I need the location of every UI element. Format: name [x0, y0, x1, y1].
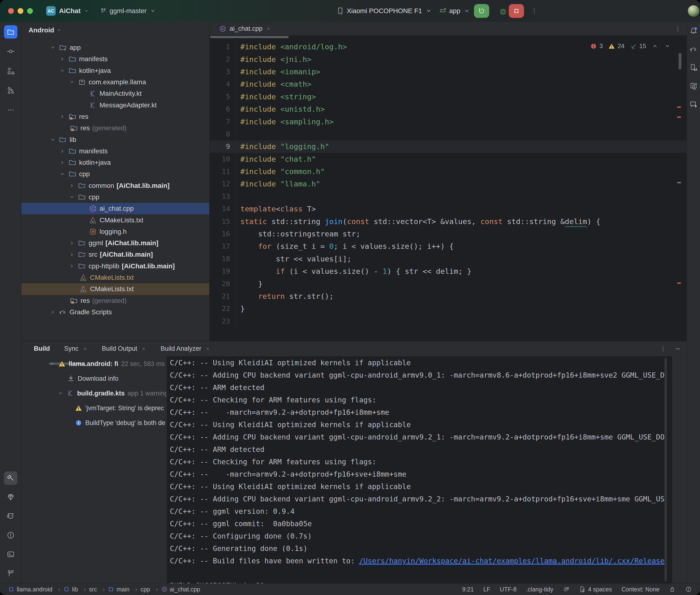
tool-window-button[interactable] [687, 42, 700, 56]
build-options-button[interactable] [660, 345, 667, 352]
tree-row[interactable]: ggml [AiChat.lib.main] [22, 237, 209, 249]
tool-window-button[interactable] [4, 84, 18, 97]
tree-chevron-icon[interactable] [58, 160, 67, 166]
tree-row[interactable]: CMakeLists.txt [22, 272, 209, 283]
tree-chevron-icon[interactable] [58, 171, 67, 177]
tab-options-button[interactable] [674, 25, 681, 32]
tree-row[interactable]: manifests [22, 53, 209, 65]
tree-row[interactable]: MainActivity.kt [22, 88, 209, 99]
breadcrumb-item[interactable]: main [108, 586, 141, 593]
run-configuration-selector[interactable]: app [439, 0, 471, 22]
tree-row[interactable]: res (generated) [22, 295, 209, 306]
tree-row[interactable]: manifests [22, 145, 209, 157]
build-tab[interactable]: Build Output [95, 341, 153, 357]
close-icon[interactable] [141, 346, 146, 351]
build-tree-row[interactable]: Download info [40, 371, 167, 386]
status-widget[interactable] [669, 586, 676, 593]
tree-chevron-icon[interactable] [67, 240, 77, 246]
tree-row[interactable]: Gradle Scripts [22, 306, 209, 318]
build-tree-row[interactable]: build.gradle.kts app 1 warning [40, 386, 167, 401]
tree-chevron-icon[interactable] [58, 148, 67, 154]
status-widget[interactable]: .clang-tidy [526, 586, 553, 593]
console-toolbar-icon[interactable] [675, 360, 683, 368]
tree-row[interactable]: H logging.h [22, 226, 209, 237]
tool-window-button[interactable] [4, 529, 18, 542]
editor-horizontal-scrollbar[interactable] [210, 36, 289, 38]
build-tab[interactable]: Sync [57, 341, 95, 357]
close-icon[interactable] [266, 26, 271, 31]
build-tree-row[interactable]: BuildType 'debug' is both de [40, 416, 167, 430]
tree-row[interactable]: res [22, 111, 209, 122]
project-selector[interactable]: AC AiChat [46, 0, 89, 22]
editor-scrollbar-thumb[interactable] [678, 53, 681, 69]
build-toolbar-icon[interactable] [27, 361, 35, 369]
window-close-button[interactable] [8, 8, 14, 14]
tool-window-button[interactable] [4, 510, 18, 523]
tool-window-button[interactable] [687, 61, 700, 74]
error-stripe-mark[interactable] [677, 282, 681, 284]
tree-row[interactable]: cpp-httplib [AiChat.lib.main] [22, 260, 209, 272]
tree-chevron-icon[interactable] [48, 137, 58, 143]
tree-row[interactable]: lib [22, 134, 209, 145]
device-selector[interactable]: Xiaomi POCOPHONE F1 [336, 0, 432, 22]
error-stripe-mark[interactable] [677, 116, 681, 118]
tree-row[interactable]: C++ ai_chat.cpp [22, 203, 209, 214]
tool-window-button[interactable] [687, 97, 700, 111]
status-widget[interactable]: Context: None [621, 586, 660, 593]
status-widget[interactable]: 9:21 [462, 586, 474, 593]
tree-row[interactable]: cpp [22, 168, 209, 180]
build-tree-row[interactable]: llama.android: fi 22 sec, 583 ms [40, 357, 167, 371]
tool-window-button[interactable] [687, 79, 700, 93]
tool-window-button[interactable] [4, 472, 18, 485]
tree-row[interactable]: kotlin+java [22, 65, 209, 77]
breadcrumb-item[interactable]: cpp [141, 586, 161, 593]
tree-row[interactable]: CMakeLists.txt [22, 283, 209, 295]
hide-panel-button[interactable] [674, 345, 681, 352]
code-viewport[interactable]: 1 #include <android/log.h> 2 #include <j… [209, 40, 687, 328]
console-scrollbar[interactable] [665, 358, 667, 582]
tool-window-button[interactable] [4, 103, 18, 117]
tree-row[interactable]: kotlin+java [22, 157, 209, 168]
tree-chevron-icon[interactable] [56, 391, 65, 396]
status-widget[interactable]: UTF-8 [500, 586, 516, 593]
tool-window-button[interactable] [4, 25, 18, 38]
tool-window-button[interactable] [4, 490, 18, 504]
tree-row[interactable]: CMakeLists.txt [22, 214, 209, 226]
window-zoom-button[interactable] [27, 8, 33, 14]
user-avatar[interactable] [688, 5, 699, 17]
project-toolbar-icon[interactable] [186, 27, 193, 34]
stop-button[interactable] [509, 4, 524, 18]
toolbar-action-icon[interactable] [629, 7, 637, 15]
tree-chevron-icon[interactable] [48, 45, 58, 51]
project-toolbar-icon[interactable] [198, 27, 205, 34]
console-link[interactable]: /Users/hanyin/Workspace/ai-chat/examples… [359, 557, 665, 565]
error-stripe-mark[interactable] [677, 107, 681, 108]
tree-row[interactable]: src [AiChat.lib.main] [22, 249, 209, 260]
build-toolbar-icon[interactable] [27, 403, 35, 412]
console-toolbar-icon[interactable] [675, 374, 683, 382]
tree-row[interactable]: common [AiChat.lib.main] [22, 180, 209, 192]
project-toolbar-icon[interactable] [173, 27, 180, 34]
toolbar-action-icon[interactable] [590, 7, 598, 15]
vcs-stripe-mark[interactable] [677, 182, 681, 183]
next-problem-icon[interactable] [664, 42, 671, 50]
tree-chevron-icon[interactable] [58, 114, 67, 120]
status-widget[interactable] [685, 586, 692, 593]
build-toolbar-icon[interactable] [27, 375, 35, 383]
tree-row[interactable]: com.example.llama [22, 77, 209, 88]
debug-button[interactable] [496, 4, 511, 18]
tool-window-button[interactable] [4, 567, 18, 580]
breadcrumb-item[interactable]: lib [63, 586, 89, 593]
breadcrumb-item[interactable]: C++ ai_chat.cpp [161, 586, 203, 593]
tree-chevron-icon[interactable] [67, 79, 77, 85]
status-widget[interactable] [563, 586, 569, 593]
breadcrumb-item[interactable]: src [89, 586, 108, 593]
prev-problem-icon[interactable] [651, 42, 659, 50]
breadcrumb-item[interactable]: llama.android [8, 586, 63, 593]
close-icon[interactable] [82, 346, 88, 351]
tree-chevron-icon[interactable] [58, 67, 67, 74]
tool-window-button[interactable] [4, 548, 18, 561]
window-minimize-button[interactable] [18, 8, 23, 14]
status-widget[interactable]: 4 spaces [579, 586, 612, 593]
project-toolbar-icon[interactable] [160, 27, 167, 34]
